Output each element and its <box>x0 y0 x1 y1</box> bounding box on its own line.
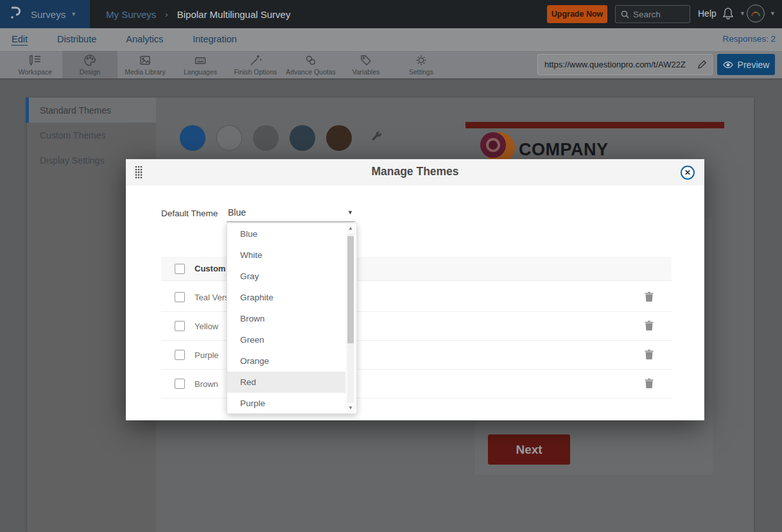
select-all-checkbox[interactable] <box>175 264 185 274</box>
breadcrumb: My Surveys › Bipolar Multilingual Survey <box>106 0 290 28</box>
scrollbar-thumb[interactable] <box>347 236 354 343</box>
toolbar-advance-quotas[interactable]: Advance Quotas <box>283 51 338 78</box>
theme-name: Yellow <box>195 322 218 331</box>
dropdown-option[interactable]: White <box>227 245 346 266</box>
toolbar-variables[interactable]: Variables <box>338 51 394 78</box>
swatch-slate[interactable] <box>290 125 315 151</box>
toolbar-finish-options[interactable]: Finish Options <box>228 51 283 78</box>
top-header: Surveys ▼ My Surveys › Bipolar Multiling… <box>0 0 782 28</box>
chevron-down-icon: ▼ <box>740 10 745 17</box>
upgrade-now-button[interactable]: Upgrade Now <box>547 5 607 23</box>
account-menu[interactable]: ▼ <box>747 4 776 22</box>
theme-dropdown: BlueWhiteGrayGraphiteBrownGreenOrangeRed… <box>227 223 357 414</box>
selected-theme-value: Blue <box>228 207 246 218</box>
company-logo <box>480 132 511 163</box>
toolbar-languages[interactable]: Languages <box>173 51 228 78</box>
toolbar-workspace[interactable]: Workspace <box>8 51 63 78</box>
manage-themes-modal: Manage Themes ✕ Default Theme Blue ▼ Cus… <box>126 159 704 420</box>
dropdown-option[interactable]: Orange <box>227 350 346 372</box>
select-underline <box>227 221 355 222</box>
row-checkbox[interactable] <box>175 321 185 331</box>
close-icon[interactable]: ✕ <box>681 166 695 180</box>
trash-icon[interactable] <box>643 349 656 362</box>
eye-icon <box>723 61 733 69</box>
scroll-down-icon[interactable]: ▼ <box>345 404 356 413</box>
tab-integration[interactable]: Integration <box>193 34 237 44</box>
bell-icon <box>722 6 734 21</box>
dropdown-option[interactable]: Graphite <box>227 287 346 308</box>
image-icon <box>139 54 152 67</box>
swatch-brown[interactable] <box>326 125 352 151</box>
edit-url-pencil-icon[interactable] <box>697 60 707 72</box>
row-checkbox[interactable] <box>175 350 185 360</box>
tab-distribute[interactable]: Distribute <box>57 34 96 44</box>
theme-name: Purple <box>195 350 219 360</box>
global-search[interactable] <box>615 5 690 23</box>
preview-button[interactable]: Preview <box>717 54 775 75</box>
row-checkbox[interactable] <box>175 379 185 389</box>
pencil-list-icon <box>29 54 42 67</box>
chevron-down-icon[interactable]: ▼ <box>347 209 353 216</box>
tag-icon <box>360 54 372 67</box>
gear-icon <box>415 54 428 67</box>
toolbar-settings[interactable]: Settings <box>394 51 449 78</box>
tab-edit[interactable]: Edit <box>12 34 28 44</box>
swatch-blue[interactable] <box>180 125 205 151</box>
swatch-white[interactable] <box>216 125 242 151</box>
theme-name: Brown <box>195 379 218 389</box>
breadcrumb-survey-title: Bipolar Multilingual Survey <box>177 9 291 20</box>
product-label: Surveys <box>31 9 65 20</box>
responses-count[interactable]: Responses: 2 <box>722 34 776 44</box>
dropdown-option[interactable]: Gray <box>227 266 346 287</box>
chevron-down-icon: ▼ <box>71 11 76 17</box>
wand-icon <box>249 54 262 67</box>
preview-accent-bar <box>465 122 724 128</box>
toolbar-media-library[interactable]: Media Library <box>117 51 173 78</box>
row-checkbox[interactable] <box>175 292 185 302</box>
survey-tab-bar: Edit Distribute Analytics Integration Re… <box>0 28 782 50</box>
modal-header: Manage Themes <box>126 159 704 185</box>
default-theme-select[interactable]: Blue <box>228 207 354 222</box>
search-icon <box>621 10 629 19</box>
trash-icon[interactable] <box>643 378 656 391</box>
dropdown-option[interactable]: Brown <box>227 308 346 329</box>
dropdown-option[interactable]: Green <box>227 329 346 350</box>
avatar <box>747 4 765 22</box>
dropdown-option[interactable]: Red <box>227 372 346 393</box>
sidebar-item-custom-themes[interactable]: Custom Themes <box>27 123 156 148</box>
dropdown-option[interactable]: Purple <box>227 393 346 414</box>
sidebar-item-standard-themes[interactable]: Standard Themes <box>27 98 156 123</box>
scroll-up-icon[interactable]: ▲ <box>345 224 356 233</box>
links-icon <box>304 54 317 67</box>
questionpro-logo-icon <box>9 6 22 22</box>
notifications-button[interactable]: ▼ <box>722 6 745 21</box>
tab-analytics[interactable]: Analytics <box>126 34 163 44</box>
survey-url-input[interactable] <box>538 55 686 74</box>
help-link[interactable]: Help <box>698 8 717 19</box>
toolbar-divider <box>0 78 782 80</box>
next-button[interactable]: Next <box>488 434 570 465</box>
product-switcher[interactable]: Surveys ▼ <box>0 0 90 28</box>
search-input[interactable] <box>633 10 684 19</box>
edit-toolbar: Workspace Design Media Library Languages… <box>0 50 782 78</box>
modal-title: Manage Themes <box>126 165 704 178</box>
dropdown-option[interactable]: Blue <box>227 223 346 245</box>
default-theme-label: Default Theme <box>161 209 218 218</box>
trash-icon[interactable] <box>643 291 656 304</box>
keyboard-icon <box>194 54 207 67</box>
trash-icon[interactable] <box>643 320 656 333</box>
wrench-icon[interactable] <box>370 131 383 146</box>
breadcrumb-separator: › <box>165 10 168 19</box>
toolbar-design[interactable]: Design <box>62 51 117 78</box>
company-label: COMPANY <box>519 140 609 160</box>
theme-swatch-row <box>180 125 383 151</box>
dropdown-scrollbar[interactable]: ▲ ▼ <box>345 224 356 413</box>
survey-url-field <box>537 54 713 75</box>
chevron-down-icon: ▼ <box>770 10 776 17</box>
swatch-gray[interactable] <box>253 125 279 151</box>
breadcrumb-my-surveys[interactable]: My Surveys <box>106 9 156 20</box>
palette-icon <box>83 54 96 67</box>
